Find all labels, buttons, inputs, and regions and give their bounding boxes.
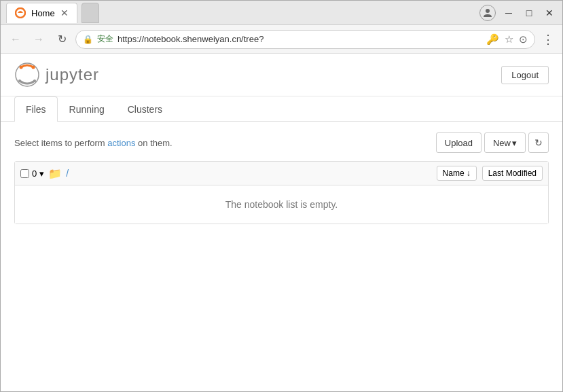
svg-point-4 [32,66,35,69]
jupyter-logo: jupyter [14,62,99,88]
nav-tabs: Files Running Clusters [1,96,562,122]
file-list-header: 0 ▾ 📁 / Name ↓ Last Modified [15,162,548,185]
key-icon[interactable]: 🔑 [486,33,499,46]
tab-close-button[interactable]: ✕ [60,8,69,18]
refresh-icon: ↻ [534,137,543,148]
active-tab[interactable]: Home ✕ [6,3,77,23]
actions-bar: Select items to perform actions on them.… [14,132,549,153]
name-sort-button[interactable]: Name ↓ [437,166,477,181]
tab-clusters[interactable]: Clusters [116,96,174,122]
browser-window: Home ✕ ─ □ ✕ ← → ↻ 🔒 安全 https://notebook… [0,0,563,392]
inactive-tab[interactable] [81,3,99,23]
new-button[interactable]: New ▾ [484,132,526,153]
select-hint: Select items to perform actions on them. [14,138,172,148]
main-content: Select items to perform actions on them.… [1,122,562,235]
lock-icon: 🔒 [83,35,93,44]
breadcrumb-path[interactable]: / [66,168,69,179]
address-bar: ← → ↻ 🔒 安全 https://notebook.shenweiyan.c… [1,25,562,54]
item-count: 0 [32,168,37,179]
star-icon[interactable]: ☆ [505,33,513,46]
minimize-button[interactable]: ─ [501,5,516,20]
folder-icon: 📁 [48,167,62,180]
loading-icon: ⊙ [519,33,528,46]
logout-button[interactable]: Logout [501,66,549,84]
tab-title: Home [31,8,55,18]
column-headers: Name ↓ Last Modified [285,166,543,181]
toolbar-buttons: Upload New ▾ ↻ [436,132,549,153]
tab-running[interactable]: Running [58,96,116,122]
name-sort-icon: ↓ [467,168,471,178]
select-all-checkbox[interactable]: 0 ▾ [20,168,44,179]
last-modified-button[interactable]: Last Modified [482,166,543,181]
jupyter-header: jupyter Logout [1,54,562,96]
address-bar-icons: 🔑 ☆ ⊙ [486,33,528,46]
file-list-header-left: 0 ▾ 📁 / [20,167,279,180]
refresh-button[interactable]: ↻ [528,132,549,153]
jupyter-title: jupyter [46,65,99,84]
window-controls: ─ □ ✕ [479,5,557,21]
new-label: New [493,138,511,148]
title-bar-left: Home ✕ [6,3,479,23]
address-input[interactable]: 🔒 安全 https://notebook.shenweiyan.cn/tree… [75,30,535,49]
browser-content: jupyter Logout Files Running Clusters Se… [1,54,562,391]
upload-button[interactable]: Upload [436,132,482,153]
profile-icon[interactable] [479,5,496,21]
forward-button[interactable]: → [29,30,48,49]
chrome-menu-button[interactable]: ⋮ [539,29,557,50]
empty-message: The notebook list is empty. [15,185,548,224]
jupyter-logo-icon [14,62,40,88]
maximize-button[interactable]: □ [522,5,537,20]
svg-point-3 [20,66,23,69]
file-list: 0 ▾ 📁 / Name ↓ Last Modified The [14,161,549,224]
close-button[interactable]: ✕ [542,5,557,20]
svg-point-6 [33,79,36,82]
reload-button[interactable]: ↻ [52,30,71,49]
select-all-input[interactable] [20,169,29,178]
name-col-label: Name [443,168,465,178]
user-icon [482,7,493,18]
svg-point-1 [486,9,490,13]
tab-files[interactable]: Files [14,96,58,122]
back-button[interactable]: ← [6,30,25,49]
actions-link[interactable]: actions [107,138,135,148]
secure-label: 安全 [97,33,113,45]
title-bar: Home ✕ ─ □ ✕ [1,1,562,25]
url-text: https://notebook.shenweiyan.cn/tree? [117,34,482,44]
svg-point-5 [18,79,21,82]
new-dropdown-icon: ▾ [512,138,517,148]
tab-favicon [15,7,26,18]
count-dropdown-icon[interactable]: ▾ [39,168,44,179]
